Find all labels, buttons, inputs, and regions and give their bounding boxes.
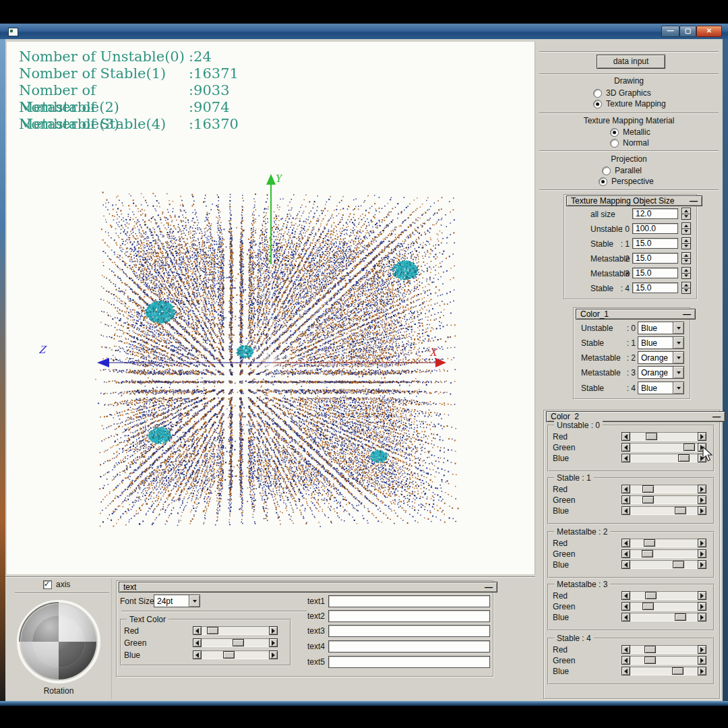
- text-color-blue-slider[interactable]: [193, 650, 278, 659]
- color2-stable1-red-slider[interactable]: [621, 485, 706, 493]
- slider-right-arrow[interactable]: [698, 495, 706, 504]
- object-size-group-title[interactable]: Texture Mapping Object Size —: [566, 195, 702, 206]
- slider-left-arrow[interactable]: [621, 454, 630, 462]
- slider-right-arrow[interactable]: [269, 650, 278, 659]
- font-size-dropdown[interactable]: 24pt: [154, 595, 200, 607]
- slider-left-arrow[interactable]: [621, 432, 630, 441]
- text-color-green-slider[interactable]: [193, 638, 278, 647]
- text5-input[interactable]: [328, 656, 490, 668]
- radio-icon[interactable]: [602, 166, 611, 175]
- slider-right-arrow[interactable]: [698, 485, 706, 493]
- color2-unstable0-red-slider[interactable]: [621, 432, 706, 441]
- slider-track[interactable]: [202, 650, 269, 659]
- slider-left-arrow[interactable]: [621, 560, 630, 569]
- metastable-3-color-dropdown[interactable]: Orange: [638, 366, 684, 379]
- slider-right-arrow[interactable]: [698, 549, 706, 558]
- color2-stable1-blue-slider[interactable]: [621, 506, 706, 515]
- slider-left-arrow[interactable]: [621, 591, 630, 600]
- slider-left-arrow[interactable]: [621, 485, 630, 493]
- spinner-up[interactable]: [681, 208, 691, 214]
- slider-left-arrow[interactable]: [621, 645, 630, 654]
- radio-3d-graphics[interactable]: 3D Graphics: [593, 88, 651, 98]
- slider-thumb[interactable]: [223, 651, 235, 659]
- color2-stable4-blue-slider[interactable]: [621, 667, 706, 675]
- slider-right-arrow[interactable]: [698, 613, 706, 621]
- axis-checkbox-row[interactable]: axis: [43, 580, 70, 589]
- slider-track[interactable]: [630, 485, 698, 493]
- slider-track[interactable]: [202, 626, 269, 635]
- slider-left-arrow[interactable]: [621, 506, 630, 515]
- spinner-down[interactable]: [681, 214, 691, 220]
- stable-1-size-spinner[interactable]: [681, 237, 691, 249]
- spinner-up[interactable]: [681, 222, 691, 229]
- slider-right-arrow[interactable]: [698, 591, 706, 600]
- slider-left-arrow[interactable]: [621, 602, 630, 611]
- slider-thumb[interactable]: [645, 592, 657, 599]
- slider-thumb[interactable]: [644, 646, 656, 653]
- slider-track[interactable]: [630, 645, 698, 654]
- slider-thumb[interactable]: [675, 507, 686, 514]
- collapse-button[interactable]: —: [485, 582, 493, 592]
- color2-metastalbe2-red-slider[interactable]: [621, 539, 706, 547]
- slider-right-arrow[interactable]: [698, 454, 706, 462]
- slider-left-arrow[interactable]: [621, 539, 630, 547]
- slider-right-arrow[interactable]: [698, 506, 706, 515]
- axis-checkbox[interactable]: [43, 580, 52, 589]
- spinner-up[interactable]: [681, 267, 691, 274]
- stable-4-size-spinner[interactable]: [681, 282, 691, 294]
- spinner-up[interactable]: [681, 237, 691, 244]
- slider-left-arrow[interactable]: [621, 667, 630, 675]
- all-size-spinner[interactable]: [681, 208, 691, 220]
- slider-thumb[interactable]: [207, 627, 218, 634]
- spinner-down[interactable]: [681, 289, 691, 295]
- color2-unstable0-green-slider[interactable]: [621, 443, 706, 452]
- color2-unstable0-blue-slider[interactable]: [621, 454, 706, 462]
- slider-thumb[interactable]: [646, 433, 657, 440]
- slider-track[interactable]: [630, 495, 698, 504]
- slider-left-arrow[interactable]: [621, 443, 630, 452]
- text1-input[interactable]: [328, 595, 490, 607]
- slider-track[interactable]: [630, 602, 698, 611]
- data-input-button[interactable]: data input: [597, 55, 665, 69]
- slider-left-arrow[interactable]: [621, 549, 630, 558]
- radio-normal[interactable]: Normal: [610, 138, 649, 148]
- slider-thumb[interactable]: [642, 496, 654, 504]
- slider-right-arrow[interactable]: [698, 602, 706, 611]
- radio-icon[interactable]: [593, 89, 602, 98]
- slider-track[interactable]: [630, 539, 698, 547]
- color2-metastalbe3-red-slider[interactable]: [621, 591, 706, 600]
- slider-left-arrow[interactable]: [193, 650, 202, 659]
- slider-right-arrow[interactable]: [698, 645, 706, 654]
- slider-left-arrow[interactable]: [621, 613, 630, 621]
- slider-track[interactable]: [630, 506, 698, 515]
- slider-right-arrow[interactable]: [698, 443, 706, 452]
- collapse-button[interactable]: —: [690, 196, 698, 206]
- radio-parallel[interactable]: Parallel: [602, 166, 642, 175]
- slider-track[interactable]: [630, 656, 698, 665]
- slider-thumb[interactable]: [672, 667, 684, 675]
- spinner-down[interactable]: [681, 244, 691, 250]
- slider-track[interactable]: [202, 638, 269, 647]
- metastable-2-color-dropdown[interactable]: Orange: [638, 351, 684, 364]
- unstable-0-size-input[interactable]: 100.0: [632, 223, 678, 234]
- maximize-button[interactable]: ▢: [679, 26, 696, 37]
- radio-icon[interactable]: [610, 128, 619, 137]
- all-size-input[interactable]: 12.0: [632, 208, 678, 219]
- slider-thumb[interactable]: [642, 485, 654, 493]
- minimize-button[interactable]: —: [661, 26, 679, 37]
- slider-track[interactable]: [630, 549, 698, 558]
- slider-right-arrow[interactable]: [698, 432, 706, 441]
- slider-right-arrow[interactable]: [269, 638, 278, 647]
- color2-metastalbe3-green-slider[interactable]: [621, 602, 706, 611]
- stable-1-size-input[interactable]: 15.0: [632, 238, 678, 249]
- slider-thumb[interactable]: [678, 454, 690, 462]
- metastable-3-size-input[interactable]: 15.0: [632, 268, 678, 278]
- slider-track[interactable]: [630, 560, 698, 569]
- slider-thumb[interactable]: [684, 444, 695, 451]
- slider-right-arrow[interactable]: [698, 539, 706, 547]
- slider-thumb[interactable]: [642, 550, 653, 557]
- metastable-2-size-spinner[interactable]: [681, 252, 691, 264]
- slider-track[interactable]: [630, 613, 698, 621]
- slider-left-arrow[interactable]: [193, 638, 202, 647]
- unstable-0-color-dropdown[interactable]: Blue: [638, 322, 684, 334]
